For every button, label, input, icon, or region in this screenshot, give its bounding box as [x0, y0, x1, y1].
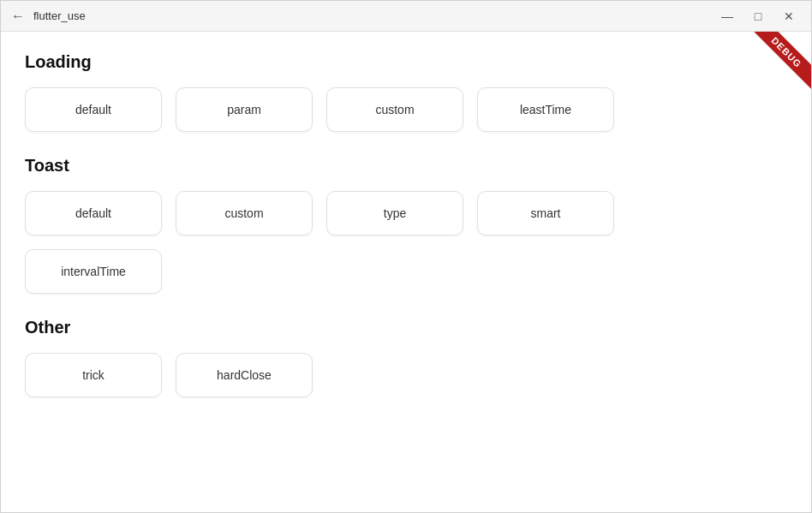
maximize-button[interactable]: □	[746, 4, 770, 28]
window-controls: — □ ✕	[715, 4, 801, 28]
section-toast: ToastdefaultcustomtypesmartintervalTime	[25, 156, 787, 294]
button-toast-type[interactable]: type	[326, 191, 463, 236]
button-row-loading-0: defaultparamcustomleastTime	[25, 87, 787, 132]
button-row-other-0: trickhardClose	[25, 353, 787, 397]
sections-container: LoadingdefaultparamcustomleastTimeToastd…	[25, 52, 787, 397]
section-title-other: Other	[25, 318, 787, 337]
button-loading-param[interactable]: param	[176, 87, 313, 132]
title-bar-left: ← flutter_use	[11, 9, 86, 23]
button-other-trick[interactable]: trick	[25, 353, 162, 397]
button-row-toast-1: intervalTime	[25, 249, 787, 294]
button-loading-leasttime[interactable]: leastTime	[477, 87, 614, 132]
app-window: ← flutter_use — □ ✕ DEBUG Loadingdefault…	[0, 0, 812, 513]
section-other: OthertrickhardClose	[25, 318, 787, 397]
close-button[interactable]: ✕	[777, 4, 801, 28]
button-loading-default[interactable]: default	[25, 87, 162, 132]
button-toast-intervaltime[interactable]: intervalTime	[25, 249, 162, 294]
minimize-button[interactable]: —	[715, 4, 739, 28]
title-bar: ← flutter_use — □ ✕	[1, 1, 811, 32]
button-toast-default[interactable]: default	[25, 191, 162, 236]
section-title-toast: Toast	[25, 156, 787, 176]
section-loading: LoadingdefaultparamcustomleastTime	[25, 52, 787, 132]
button-row-toast-0: defaultcustomtypesmart	[25, 191, 787, 236]
button-toast-smart[interactable]: smart	[477, 191, 614, 236]
button-loading-custom[interactable]: custom	[326, 87, 463, 132]
main-content: DEBUG LoadingdefaultparamcustomleastTime…	[1, 32, 811, 512]
button-other-hardclose[interactable]: hardClose	[176, 353, 313, 397]
section-title-loading: Loading	[25, 52, 787, 72]
back-button[interactable]: ←	[11, 9, 25, 23]
window-title: flutter_use	[33, 9, 86, 22]
button-toast-custom[interactable]: custom	[176, 191, 313, 236]
